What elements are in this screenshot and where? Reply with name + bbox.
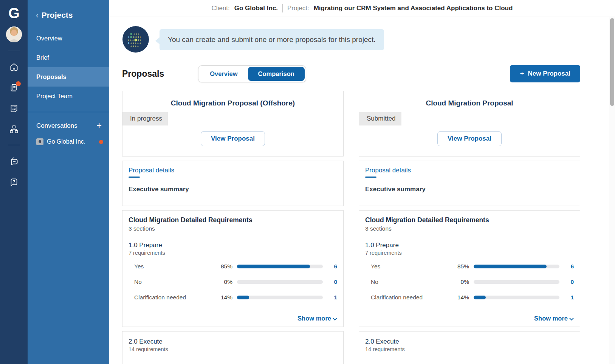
sidebar-back-projects[interactable]: ‹ Projects: [28, 0, 109, 23]
section-name: 1.0 Prepare: [365, 242, 574, 249]
requirements-panel: Cloud Migration Detailed Requirements 3 …: [122, 210, 344, 327]
show-more-link[interactable]: Show more: [129, 315, 337, 322]
unread-count-badge: 6: [36, 138, 43, 145]
row-label: Yes: [371, 263, 445, 270]
assistant-avatar: [122, 26, 149, 53]
tab-overview[interactable]: Overview: [200, 67, 248, 81]
section-name: 2.0 Execute: [365, 338, 574, 345]
next-section-panel: 2.0 Execute 14 requirements: [359, 331, 580, 364]
progress-bar: [474, 265, 559, 268]
proposal-card-onshore: Cloud Migration Proposal Submitted View …: [359, 91, 580, 364]
topbar-separator: [282, 4, 283, 12]
assistant-message-bubble: You can create and submit one or more pr…: [160, 29, 384, 50]
row-percent: 0%: [213, 279, 232, 285]
project-value: Migrating our CRM System and Associated …: [314, 5, 513, 12]
requirement-row-no: No 0% 0: [129, 279, 337, 285]
tab-proposal-details[interactable]: Proposal details: [129, 167, 174, 174]
row-count: 6: [564, 263, 574, 270]
tab-proposal-details[interactable]: Proposal details: [365, 167, 411, 174]
sitemap-icon[interactable]: [9, 124, 19, 134]
proposal-title: Cloud Migration Proposal (Offshore): [122, 99, 343, 107]
progress-bar: [237, 296, 323, 299]
section-name: 2.0 Execute: [129, 338, 337, 345]
row-percent: 85%: [213, 263, 232, 270]
progress-bar: [474, 296, 559, 299]
progress-bar: [237, 280, 323, 284]
icon-rail: G: [0, 0, 28, 364]
tab-comparison[interactable]: Comparison: [248, 67, 305, 81]
requirement-row-yes: Yes 85% 6: [129, 263, 337, 270]
proposal-details-panel: Proposal details Executive summary: [359, 161, 580, 206]
app-root: G: [0, 0, 615, 364]
show-more-link[interactable]: Show more: [365, 315, 574, 322]
conversation-label: Go Global Inc.: [47, 138, 85, 145]
chat-icon[interactable]: [9, 156, 19, 166]
view-toggle: Overview Comparison: [198, 65, 306, 82]
row-count: 6: [327, 263, 337, 270]
sidebar-item-overview[interactable]: Overview: [28, 29, 109, 48]
app-logo[interactable]: G: [8, 6, 19, 20]
section-requirements-count: 7 requirements: [365, 250, 574, 256]
section-name: 1.0 Prepare: [129, 242, 337, 249]
rail-nav: [9, 51, 19, 134]
requirements-title: Cloud Migration Detailed Requirements: [129, 216, 337, 224]
row-label: No: [371, 279, 445, 285]
help-icon[interactable]: [9, 177, 19, 187]
tab-active-underline: [365, 177, 376, 178]
row-label: Yes: [134, 263, 208, 270]
home-icon[interactable]: [9, 62, 19, 72]
requirement-row-clarification: Clarification needed 14% 1: [365, 294, 574, 301]
view-proposal-button[interactable]: View Proposal: [437, 131, 502, 146]
sidebar-title: Projects: [42, 11, 73, 20]
view-proposal-button[interactable]: View Proposal: [201, 131, 265, 146]
requirements-panel: Cloud Migration Detailed Requirements 3 …: [359, 210, 580, 327]
proposal-details-panel: Proposal details Executive summary: [122, 161, 344, 206]
proposals-toolbar: Proposals Overview Comparison + New Prop…: [122, 65, 580, 82]
assistant-row: You can create and submit one or more pr…: [122, 26, 580, 53]
user-avatar[interactable]: [6, 26, 22, 42]
row-percent: 14%: [213, 294, 232, 301]
tab-active-underline: [129, 177, 140, 178]
row-label: Clarification needed: [134, 294, 208, 301]
client-value: Go Global Inc.: [234, 5, 278, 12]
section-requirements-count: 7 requirements: [129, 250, 337, 256]
client-label: Client:: [212, 5, 230, 12]
proposal-header-panel: Cloud Migration Proposal (Offshore) In p…: [122, 91, 344, 156]
conversations-label: Conversations: [36, 122, 77, 130]
row-label: Clarification needed: [371, 294, 445, 301]
sidebar-item-brief[interactable]: Brief: [28, 48, 109, 67]
unread-dot: [99, 140, 103, 144]
status-badge: Submitted: [359, 112, 401, 125]
row-percent: 85%: [449, 263, 469, 270]
sections-count: 3 sections: [365, 225, 574, 232]
document-list-icon[interactable]: [9, 104, 19, 113]
main-area: Client: Go Global Inc. Project: Migratin…: [109, 0, 615, 364]
requirement-row-no: No 0% 0: [365, 279, 574, 285]
vertical-scrollbar: [609, 17, 615, 364]
sidebar-item-project-team[interactable]: Project Team: [28, 87, 109, 106]
row-count: 1: [327, 294, 337, 301]
proposal-comparison-cards: Cloud Migration Proposal (Offshore) In p…: [122, 91, 580, 364]
conversation-item-go-global[interactable]: 6 Go Global Inc.: [28, 133, 109, 150]
row-count: 1: [564, 294, 574, 301]
requirement-row-clarification: Clarification needed 14% 1: [129, 294, 337, 301]
sidebar-item-proposals[interactable]: Proposals: [28, 67, 109, 87]
proposal-card-offshore: Cloud Migration Proposal (Offshore) In p…: [122, 91, 344, 364]
next-section-panel: 2.0 Execute 14 requirements: [122, 331, 344, 364]
executive-summary-label: Executive summary: [129, 186, 337, 193]
add-conversation-button[interactable]: +: [97, 121, 102, 130]
progress-bar: [237, 265, 323, 268]
executive-summary-label: Executive summary: [365, 186, 574, 193]
plus-icon: +: [520, 70, 524, 78]
row-percent: 14%: [449, 294, 469, 301]
conversations-header: Conversations +: [28, 112, 109, 133]
row-count: 0: [564, 279, 574, 285]
chevron-down-icon: [569, 318, 574, 321]
progress-bar: [474, 280, 559, 284]
requirements-title: Cloud Migration Detailed Requirements: [365, 216, 574, 224]
notification-dot: [16, 81, 21, 86]
new-proposal-button[interactable]: + New Proposal: [510, 65, 580, 82]
scrollbar-thumb[interactable]: [610, 18, 614, 106]
documents-icon[interactable]: [9, 83, 19, 93]
context-topbar: Client: Go Global Inc. Project: Migratin…: [109, 0, 615, 17]
